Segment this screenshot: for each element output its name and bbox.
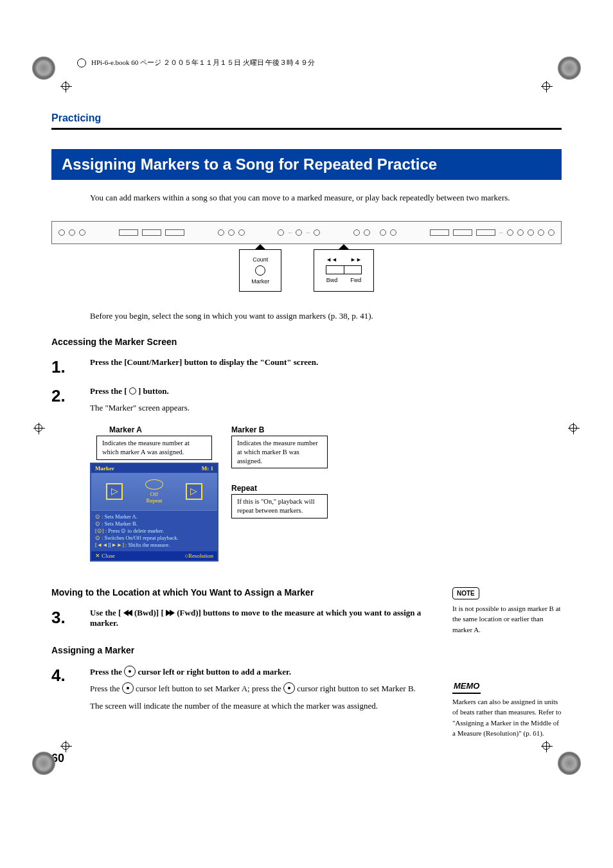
header-text: HPi-6-e.book 60 ページ ２００５年１１月１５日 火曜日 午後３時… — [91, 58, 315, 66]
step-text: Press the — [90, 684, 122, 693]
lcd-hint: : Sets Marker B. — [102, 520, 138, 527]
callout-count-marker: Count Marker — [239, 249, 281, 292]
crop-mark-icon — [541, 741, 553, 752]
lcd-screenshot: MarkerM: 1 ▷ OffRepeat ▷ ⊙ : Sets Marker… — [90, 463, 218, 562]
panel-diagram: —— — Count Marker ◄◄►► BwdFwd — [51, 221, 562, 292]
lcd-repeat: Repeat — [145, 497, 163, 504]
crop-mark-icon — [33, 423, 45, 434]
step-text: Use the [ — [90, 608, 121, 617]
lcd-hint: : Shifts the measure. — [125, 542, 170, 548]
note-text: It is not possible to assign marker B at… — [452, 603, 562, 635]
divider — [51, 128, 562, 130]
circle-button-icon — [129, 387, 136, 394]
page-number: 60 — [51, 752, 562, 765]
section-title: Practicing — [51, 112, 562, 124]
lcd-title: Marker — [95, 465, 114, 472]
callout-label: Bwd — [326, 277, 338, 283]
callout-label: Fwd — [350, 277, 361, 283]
memo-badge: MEMO — [452, 680, 481, 694]
step-text: cursor left button to set Marker A; pres… — [134, 684, 283, 693]
marker-a-desc: Indicates the measure number at which ma… — [96, 436, 212, 459]
step-text: (Bwd)] [ — [132, 608, 164, 617]
marker-a-title: Marker A — [109, 425, 218, 434]
step-4: 4. Press the cursor left or right button… — [51, 666, 447, 713]
cursor-icon — [122, 682, 134, 694]
step-result: The "Marker" screen appears. — [90, 402, 562, 414]
step-text: ] button. — [138, 386, 169, 396]
repeat-title: Repeat — [231, 484, 328, 493]
callout-bwd-fwd: ◄◄►► BwdFwd — [314, 249, 374, 292]
lcd-measure: M: 1 — [202, 465, 213, 472]
note-badge: NOTE — [452, 587, 479, 599]
subheading: Accessing the Marker Screen — [51, 337, 562, 347]
fastforward-icon: ►► — [350, 256, 362, 263]
fwd-icon — [166, 608, 175, 617]
bwd-icon — [123, 608, 132, 617]
step-instruction: Press the [Count/Marker] button to displ… — [90, 357, 318, 367]
knob-icon — [255, 265, 265, 276]
step-number: 4. — [51, 666, 90, 686]
subheading: Moving to the Location at which You Want… — [51, 587, 447, 598]
memo-text: Markers can also be assigned in units of… — [452, 696, 562, 739]
lcd-hint: : Sets Marker A. — [102, 513, 138, 520]
repeat-desc: If this is "On," playback will repeat be… — [231, 494, 328, 518]
marker-b-title: Marker B — [231, 425, 328, 434]
rewind-icon: ◄◄ — [326, 256, 337, 263]
step-text: The screen will indicate the number of t… — [90, 700, 447, 713]
step-3: 3. Use the [ (Bwd)] [ (Fwd)] buttons to … — [51, 608, 447, 628]
lcd-hint: : Press ⊙ to delete marker. — [105, 527, 164, 534]
callout-label: Marker — [251, 278, 269, 285]
play-a-icon: ▷ — [106, 483, 123, 500]
step-text: cursor left or right button to add a mar… — [136, 667, 291, 677]
crop-mark-icon — [60, 741, 72, 752]
callout-label: Count — [251, 256, 269, 263]
lcd-close: ✕ Close — [95, 553, 115, 559]
page-title-banner: Assigning Markers to a Song for Repeated… — [51, 149, 562, 180]
step-number: 2. — [51, 386, 90, 406]
crop-mark-icon — [568, 423, 580, 434]
intro-text: You can add markers within a song so tha… — [90, 191, 562, 204]
lcd-resolution: ○Resolution — [185, 553, 213, 559]
play-b-icon: ▷ — [186, 483, 202, 500]
step-text: Press the [ — [90, 386, 127, 396]
book-header: HPi-6-e.book 60 ページ ２００５年１１月１５日 火曜日 午後３時… — [77, 58, 562, 67]
lcd-off: Off — [145, 491, 163, 497]
corner-decoration-icon — [558, 57, 581, 80]
cursor-icon — [124, 666, 136, 677]
step-2: 2. Press the [ ] button. The "Marker" sc… — [51, 386, 562, 414]
step-number: 1. — [51, 357, 90, 377]
lcd-hint: : Switches On/Off repeat playback. — [102, 535, 179, 541]
corner-decoration-icon — [32, 57, 55, 80]
step-text: Press the — [90, 667, 124, 677]
marker-b-desc: Indicates the measure number at which ma… — [231, 436, 328, 468]
crop-mark-icon — [541, 81, 553, 93]
crop-mark-icon — [60, 81, 72, 93]
subheading: Assigning a Marker — [51, 645, 447, 655]
step-text: cursor right button to set Marker B. — [295, 684, 416, 693]
corner-decoration-icon — [558, 752, 581, 775]
corner-decoration-icon — [32, 752, 55, 775]
step-number: 3. — [51, 608, 90, 628]
step-1: 1. Press the [Count/Marker] button to di… — [51, 357, 562, 377]
prerequisite-text: Before you begin, select the song in whi… — [90, 311, 562, 321]
cursor-icon — [283, 682, 295, 694]
